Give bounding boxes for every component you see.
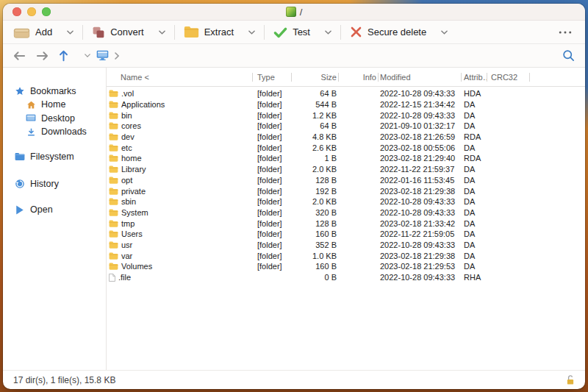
forward-button[interactable] — [36, 51, 49, 61]
file-name: .vol — [121, 89, 134, 98]
sidebar-item-open[interactable]: Open — [3, 203, 106, 217]
sidebar-item-desktop[interactable]: Desktop — [3, 112, 106, 126]
sidebar-item-history[interactable]: History — [3, 177, 106, 191]
file-attrib: DA — [462, 229, 487, 238]
file-attrib: DA — [462, 176, 487, 185]
folder-icon — [109, 101, 118, 108]
back-button[interactable] — [13, 51, 26, 61]
chevron-down-icon[interactable] — [325, 30, 331, 35]
file-type: [folder] — [253, 262, 292, 271]
file-attrib: DA — [462, 143, 487, 152]
column-header-crc32[interactable]: CRC32 — [487, 68, 530, 86]
sidebar-item-label: History — [30, 179, 59, 189]
table-row[interactable]: .vol [folder] 64 B 2022-10-28 09:43:33 H… — [107, 88, 585, 99]
status-summary: 17 dir(s), 1 file(s), 15.8 KB — [13, 375, 115, 385]
toolbar: Add Convert Extract — [3, 21, 585, 44]
file-modified: 2023-02-18 21:29:53 — [379, 262, 462, 271]
archive-box-icon — [13, 26, 30, 38]
file-name: opt — [121, 176, 132, 185]
file-type: [folder] — [253, 229, 292, 238]
file-size: 1 B — [292, 154, 339, 163]
folder-icon — [109, 165, 118, 173]
unlocked-icon[interactable] — [566, 374, 575, 385]
convert-button[interactable]: Convert — [90, 24, 167, 41]
column-header-info[interactable]: Info — [339, 68, 379, 86]
file-modified: 2021-09-10 01:32:17 — [379, 121, 462, 130]
file-modified: 2023-02-18 21:26:59 — [379, 132, 462, 141]
sidebar-item-bookmarks[interactable]: Bookmarks — [3, 84, 106, 98]
file-name: bin — [121, 111, 132, 120]
table-row[interactable]: usr [folder] 352 B 2022-10-28 09:43:33 D… — [107, 240, 585, 251]
file-attrib: DA — [462, 121, 487, 130]
chevron-down-icon[interactable] — [85, 54, 90, 57]
sidebar-item-downloads[interactable]: Downloads — [3, 125, 106, 139]
table-row[interactable]: etc [folder] 2.6 KB 2023-02-18 00:55:06 … — [107, 142, 585, 153]
table-row[interactable]: dev [folder] 4.8 KB 2023-02-18 21:26:59 … — [107, 132, 585, 143]
column-header-name[interactable]: Name < — [107, 68, 253, 86]
extract-button[interactable]: Extract — [182, 24, 257, 40]
home-icon — [25, 100, 37, 110]
sidebar-item-label: Bookmarks — [30, 86, 76, 96]
table-row[interactable]: Library [folder] 2.0 KB 2022-11-22 21:59… — [107, 164, 585, 175]
file-modified: 2022-11-22 21:59:37 — [379, 165, 462, 174]
table-row[interactable]: sbin [folder] 2.0 KB 2022-10-28 09:43:33… — [107, 196, 585, 207]
table-row[interactable]: System [folder] 320 B 2022-10-28 09:43:3… — [107, 207, 585, 218]
chevron-down-icon[interactable] — [441, 30, 448, 35]
secure-delete-button[interactable]: Secure delete — [348, 24, 449, 40]
column-header-size[interactable]: Size — [292, 68, 339, 86]
file-modified: 2022-10-28 09:43:33 — [379, 273, 462, 282]
table-row[interactable]: var [folder] 1.0 KB 2023-02-18 21:29:38 … — [107, 250, 585, 261]
file-table: Name < Type Size Info Modified Attrib… C… — [107, 68, 585, 370]
file-attrib: DA — [462, 197, 487, 206]
table-row[interactable]: Users [folder] 160 B 2022-11-22 21:59:05… — [107, 229, 585, 240]
table-row[interactable]: cores [folder] 64 B 2021-09-10 01:32:17 … — [107, 121, 585, 132]
file-size: 160 B — [292, 262, 339, 271]
file-type: [folder] — [253, 165, 292, 174]
column-header-type[interactable]: Type — [253, 68, 292, 86]
toolbar-separator — [174, 25, 175, 40]
table-row[interactable]: tmp [folder] 128 B 2023-02-18 21:33:42 D… — [107, 218, 585, 229]
column-header-attrib[interactable]: Attrib… — [462, 68, 487, 86]
computer-icon[interactable] — [96, 50, 109, 61]
table-row[interactable]: opt [folder] 128 B 2022-01-16 11:53:45 D… — [107, 175, 585, 186]
chevron-down-icon[interactable] — [248, 30, 255, 35]
table-row[interactable]: Applications [folder] 544 B 2022-12-15 2… — [107, 99, 585, 110]
toolbar-separator — [82, 25, 83, 40]
star-icon — [14, 86, 26, 96]
more-button[interactable] — [554, 28, 576, 37]
extract-button-label: Extract — [204, 26, 234, 38]
minimize-button[interactable] — [27, 7, 36, 16]
search-button[interactable] — [562, 49, 575, 62]
table-row[interactable]: .file 0 B 2022-10-28 09:43:33 RHA — [107, 272, 585, 283]
window-title-area: / — [3, 7, 585, 18]
table-row[interactable]: home [folder] 1 B 2023-02-18 21:29:40 RD… — [107, 153, 585, 164]
zoom-button[interactable] — [42, 7, 51, 16]
secure-delete-button-label: Secure delete — [368, 26, 426, 38]
file-name: tmp — [121, 219, 135, 228]
file-type: [folder] — [253, 100, 292, 109]
close-button[interactable] — [12, 7, 21, 16]
file-size: 352 B — [292, 240, 339, 249]
file-size: 128 B — [292, 176, 339, 185]
file-modified: 2022-11-22 21:59:05 — [379, 229, 462, 238]
up-button[interactable] — [59, 50, 68, 62]
column-header-modified[interactable]: Modified — [379, 68, 462, 86]
file-name: home — [121, 154, 142, 163]
file-attrib: DA — [462, 262, 487, 271]
table-row[interactable]: private [folder] 192 B 2023-02-18 21:29:… — [107, 185, 585, 196]
table-row[interactable]: Volumes [folder] 160 B 2023-02-18 21:29:… — [107, 261, 585, 272]
add-button[interactable]: Add — [12, 24, 75, 40]
test-button-label: Test — [293, 26, 310, 38]
table-row[interactable]: bin [folder] 1.2 KB 2022-10-28 09:43:33 … — [107, 110, 585, 121]
chevron-down-icon[interactable] — [159, 30, 165, 35]
file-modified: 2022-01-16 11:53:45 — [379, 176, 462, 185]
folder-icon — [109, 122, 118, 129]
sidebar-item-home[interactable]: Home — [3, 98, 106, 112]
file-name: Volumes — [121, 262, 152, 271]
folder-icon — [109, 198, 118, 205]
file-attrib: HDA — [462, 89, 487, 98]
sidebar-item-filesystem[interactable]: Filesystem — [3, 150, 106, 164]
chevron-down-icon[interactable] — [67, 30, 74, 35]
test-button[interactable]: Test — [272, 24, 333, 40]
file-name: etc — [121, 143, 132, 152]
